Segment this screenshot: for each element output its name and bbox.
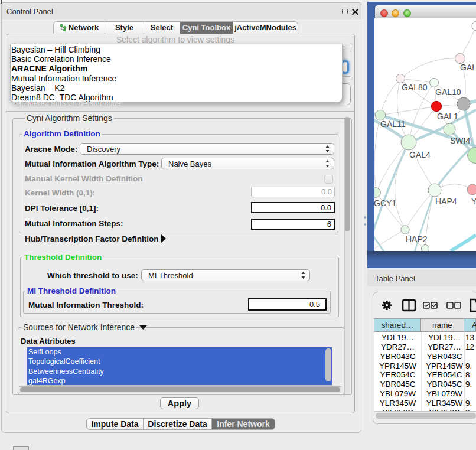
svg-text:GAL4: GAL4: [409, 150, 431, 159]
svg-text:SWI4: SWI4: [450, 136, 470, 145]
svg-text:GAL10: GAL10: [435, 87, 461, 97]
svg-text:HAP4: HAP4: [435, 197, 457, 206]
svg-text:HAP2: HAP2: [406, 234, 428, 244]
svg-text:GAL80: GAL80: [402, 83, 428, 92]
svg-text:GAL1: GAL1: [437, 112, 458, 121]
svg-text:GCY1: GCY1: [374, 198, 396, 208]
svg-text:GAL7: GAL7: [460, 63, 476, 72]
svg-text:Y: Y: [471, 197, 476, 206]
svg-text:GAL11: GAL11: [380, 119, 406, 129]
